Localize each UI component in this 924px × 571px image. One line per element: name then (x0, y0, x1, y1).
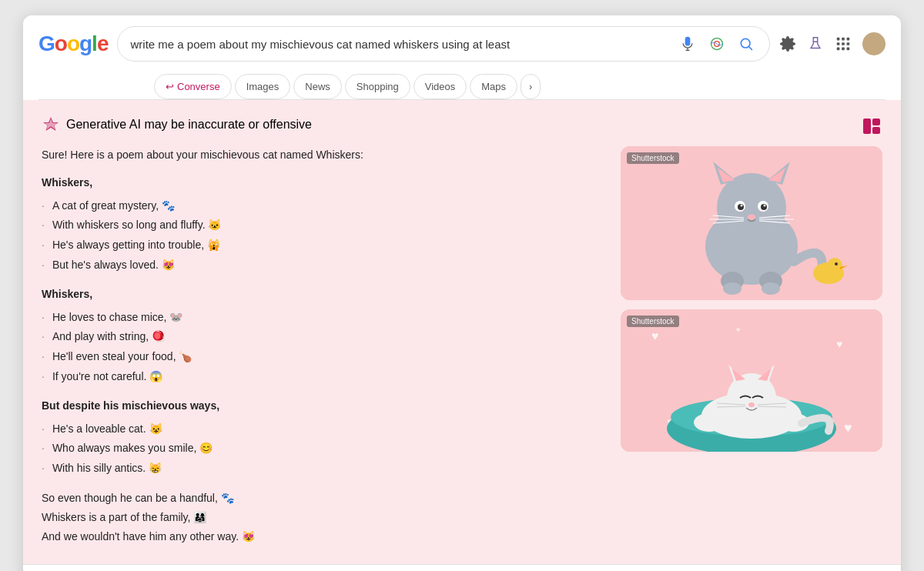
svg-rect-18 (872, 127, 880, 134)
svg-point-60 (748, 402, 755, 407)
stanza2-title: Whiskers, (42, 286, 602, 304)
poem-closing: So even though he can be a handful, 🐾 Wh… (42, 489, 602, 547)
tab-converse[interactable]: ↩ Converse (154, 74, 232, 99)
layout-toggle-button[interactable] (861, 115, 882, 139)
svg-text:♥: ♥ (651, 329, 659, 342)
tab-videos-label: Videos (425, 81, 456, 92)
header-icons (779, 32, 886, 55)
apps-button[interactable] (835, 35, 852, 52)
list-item: ·He'll even steal your food, 🍗 (42, 348, 602, 366)
svg-point-21 (717, 173, 786, 242)
svg-text:♥: ♥ (844, 420, 852, 436)
svg-rect-11 (842, 42, 845, 45)
list-item: ·With his silly antics. 😸 (42, 459, 602, 478)
poem-stanza-2: Whiskers, ·He loves to chase mice, 🐭 ·An… (42, 286, 602, 386)
ai-sparkle-icon (42, 115, 60, 134)
tab-images-label: Images (246, 81, 280, 92)
svg-rect-15 (847, 48, 850, 51)
tab-videos[interactable]: Videos (413, 74, 467, 99)
poem-stanza-3: But despite his mischievous ways, ·He's … (42, 397, 602, 478)
svg-text:♥: ♥ (736, 326, 741, 334)
stanza1-title: Whiskers, (42, 174, 602, 192)
list-item: ·And play with string, 🪀 (42, 328, 602, 346)
stanza2-list: ·He loves to chase mice, 🐭 ·And play wit… (42, 309, 602, 386)
svg-point-44 (827, 258, 842, 273)
list-item: ·He's always getting into trouble, 🙀 (42, 236, 602, 255)
list-item: ·With whiskers so long and fluffy. 🐱 (42, 216, 602, 235)
search-input[interactable] (130, 38, 669, 51)
svg-rect-10 (837, 42, 840, 45)
search-button[interactable] (735, 33, 757, 55)
images-section: Shutterstock (621, 146, 882, 547)
settings-button[interactable] (779, 35, 796, 52)
svg-line-5 (749, 47, 752, 50)
converse-icon: ↩ (166, 81, 174, 92)
tab-images[interactable]: Images (235, 74, 291, 99)
search-bar-row: Google (38, 26, 886, 62)
svg-point-30 (741, 205, 743, 207)
svg-rect-9 (847, 38, 850, 41)
svg-rect-14 (842, 48, 845, 51)
svg-point-31 (764, 205, 766, 207)
list-item: ·He loves to chase mice, 🐭 (42, 309, 602, 327)
search-wrapper[interactable] (117, 26, 770, 62)
svg-rect-12 (847, 42, 850, 45)
stanza3-list: ·He's a loveable cat. 😺 ·Who always make… (42, 420, 602, 478)
poem-section: Sure! Here is a poem about your mischiev… (42, 146, 602, 547)
google-logo: Google (38, 32, 108, 56)
closing-line-1: So even though he can be a handful, 🐾 (42, 489, 602, 508)
closing-line-3: And we wouldn't have him any other way. … (42, 527, 602, 546)
avatar[interactable] (862, 32, 886, 55)
mic-button[interactable] (677, 33, 698, 55)
tab-converse-label: Converse (177, 81, 220, 92)
main-content: Generative AI may be inaccurate or offen… (23, 100, 901, 571)
tab-news[interactable]: News (293, 74, 342, 99)
bottom-bar: ↩ Ask a follow up ↩ What is an example o… (23, 564, 901, 571)
header: Google (23, 15, 901, 100)
nav-tabs: ↩ Converse Images News Shopping Videos M… (38, 69, 886, 100)
svg-rect-17 (872, 119, 880, 125)
poem-intro: Sure! Here is a poem about your mischiev… (42, 146, 602, 165)
tab-maps[interactable]: Maps (470, 74, 517, 99)
poem-stanza-1: Whiskers, ·A cat of great mystery, 🐾 ·Wi… (42, 174, 602, 275)
ai-notice: Generative AI may be inaccurate or offen… (42, 115, 882, 134)
list-item: ·He's a loveable cat. 😺 (42, 420, 602, 439)
stanza1-list: ·A cat of great mystery, 🐾 ·With whisker… (42, 197, 602, 275)
shutterstock-label-1: Shutterstock (627, 152, 679, 164)
closing-line-2: Whiskers is a part of the family, 👨‍👩‍👧 (42, 508, 602, 527)
svg-point-41 (723, 282, 742, 295)
svg-point-45 (835, 262, 838, 265)
cat-image-2: Shutterstock ♥ ♥ ♥ ♥ ♥ (621, 309, 882, 452)
svg-rect-16 (863, 119, 871, 134)
shutterstock-label-2: Shutterstock (627, 316, 679, 327)
tab-shopping[interactable]: Shopping (345, 74, 410, 99)
tab-maps-label: Maps (481, 81, 506, 92)
list-item: ·But he's always loved. 😻 (42, 256, 602, 275)
search-icon-group (677, 33, 757, 55)
labs-button[interactable] (807, 35, 824, 52)
svg-point-42 (762, 282, 780, 295)
tab-shopping-label: Shopping (357, 81, 399, 92)
svg-rect-8 (842, 38, 845, 41)
lens-button[interactable] (706, 33, 728, 55)
ai-notice-text: Generative AI may be inaccurate or offen… (66, 118, 312, 132)
content-area: Sure! Here is a poem about your mischiev… (42, 146, 882, 547)
list-item: ·Who always makes you smile, 😊 (42, 439, 602, 458)
tab-news-label: News (305, 81, 330, 92)
main-window: Google (23, 15, 901, 571)
svg-point-65 (694, 413, 725, 432)
list-item: ·If you're not careful. 😱 (42, 368, 602, 386)
svg-rect-13 (837, 48, 840, 51)
stanza3-title: But despite his mischievous ways, (42, 397, 602, 416)
list-item: ·A cat of great mystery, 🐾 (42, 197, 602, 215)
svg-point-32 (748, 215, 755, 220)
tab-more[interactable]: › (521, 74, 541, 99)
svg-text:♥: ♥ (836, 338, 842, 350)
cat-image-1: Shutterstock (621, 146, 882, 300)
svg-rect-7 (837, 38, 840, 41)
